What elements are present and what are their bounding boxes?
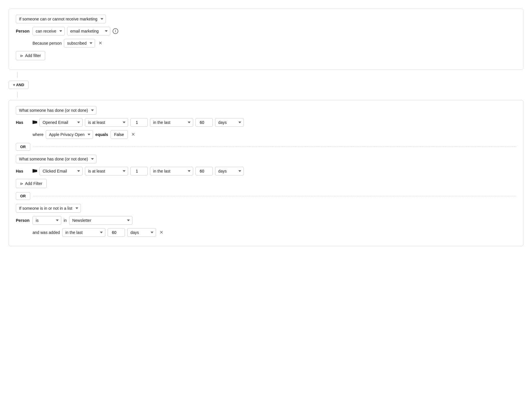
in-the-last-select-3[interactable]: in the last: [62, 228, 105, 237]
or-button-2[interactable]: OR: [16, 192, 30, 200]
info-icon[interactable]: i: [113, 28, 118, 34]
has-clicked-row: Has Clicked Email is at least in the las…: [16, 167, 516, 175]
condition-type-select-4[interactable]: If someone is in or not in a list: [16, 204, 81, 213]
is-at-least-select-1[interactable]: is at least: [85, 118, 128, 127]
add-filter-row-2: ⊳ Add Filter: [16, 179, 516, 188]
add-filter-label-2: Add Filter: [25, 181, 42, 186]
person-label-1: Person: [16, 29, 30, 33]
in-the-last-select-2[interactable]: in the last: [150, 167, 193, 175]
filter-icon-2: ⊳: [20, 181, 23, 186]
clicked-email-flag-icon: [33, 169, 37, 173]
condition-type-row-3: What someone has done (or not done): [16, 155, 516, 163]
or-label-2: OR: [20, 194, 26, 198]
and-was-added-label: and was added: [33, 230, 60, 235]
or-line-2: [33, 196, 516, 196]
can-receive-select[interactable]: can receive: [33, 27, 65, 35]
because-person-row: Because person subscribed ✕: [16, 39, 516, 48]
add-filter-button-1[interactable]: ⊳ Add filter: [16, 51, 45, 60]
condition-type-row-1: If someone can or cannot receive marketi…: [16, 15, 516, 23]
person-row-1: Person can receive email marketing i: [16, 27, 516, 35]
filter-icon-1: ⊳: [20, 54, 23, 58]
count-input-2[interactable]: [130, 167, 148, 175]
where-row: where Apple Privacy Open equals ✕: [16, 130, 516, 139]
or-button-1[interactable]: OR: [16, 143, 30, 151]
condition-type-row-4: If someone is in or not in a list: [16, 204, 516, 213]
opened-email-flag-icon: [33, 120, 37, 124]
or-line-1: [33, 147, 516, 147]
or-label-1: OR: [20, 145, 26, 149]
in-the-last-select-1[interactable]: in the last: [150, 118, 193, 127]
or-separator-1: OR: [16, 143, 516, 151]
add-filter-button-2[interactable]: ⊳ Add Filter: [16, 179, 47, 188]
condition-type-select-1[interactable]: If someone can or cannot receive marketi…: [16, 15, 106, 23]
condition-type-row-2: What someone has done (or not done): [16, 106, 516, 115]
remove-where-button[interactable]: ✕: [130, 132, 136, 137]
where-label: where: [33, 132, 43, 137]
time-value-input-3[interactable]: [108, 228, 125, 237]
days-select-3[interactable]: days: [127, 228, 156, 237]
or-separator-2: OR: [16, 192, 516, 200]
false-value-input[interactable]: [111, 130, 128, 139]
add-filter-row-1: ⊳ Add filter: [16, 51, 516, 60]
condition-type-select-2[interactable]: What someone has done (or not done): [16, 106, 96, 115]
condition-block-2: What someone has done (or not done) Has …: [9, 100, 523, 246]
has-opened-row: Has Opened Email is at least in the last…: [16, 118, 516, 127]
apple-privacy-select[interactable]: Apple Privacy Open: [46, 130, 93, 139]
condition-type-select-3[interactable]: What someone has done (or not done): [16, 155, 96, 163]
because-person-label: Because person: [33, 41, 62, 46]
opened-email-wrapper: Opened Email: [33, 118, 83, 127]
is-select[interactable]: is: [33, 216, 61, 225]
days-select-1[interactable]: days: [215, 118, 244, 127]
remove-because-person-button[interactable]: ✕: [97, 40, 103, 46]
is-at-least-select-2[interactable]: is at least: [85, 167, 128, 175]
email-marketing-select[interactable]: email marketing: [67, 27, 110, 35]
has-label-1: Has: [16, 120, 30, 125]
in-label: in: [64, 218, 67, 223]
days-select-2[interactable]: days: [215, 167, 244, 175]
person-label-2: Person: [16, 218, 30, 223]
and-button-label: + AND: [13, 83, 24, 87]
time-value-input-1[interactable]: [195, 118, 213, 127]
has-label-2: Has: [16, 169, 30, 173]
and-connector-area: + AND: [9, 72, 523, 98]
clicked-email-select[interactable]: Clicked Email: [39, 167, 83, 175]
and-button[interactable]: + AND: [9, 81, 29, 89]
subscribed-select[interactable]: subscribed: [64, 39, 95, 48]
and-was-added-row: and was added in the last days ✕: [16, 228, 516, 237]
and-connector-line-2: [17, 92, 18, 98]
person-list-row: Person is in Newsletter: [16, 216, 516, 225]
newsletter-select[interactable]: Newsletter: [69, 216, 132, 225]
equals-label: equals: [95, 132, 108, 137]
count-input-1[interactable]: [130, 118, 148, 127]
clicked-email-wrapper: Clicked Email: [33, 167, 83, 175]
and-connector-line: [17, 72, 18, 78]
opened-email-select[interactable]: Opened Email: [39, 118, 83, 127]
condition-block-1: If someone can or cannot receive marketi…: [9, 9, 523, 70]
add-filter-label-1: Add filter: [25, 53, 41, 58]
remove-was-added-button[interactable]: ✕: [158, 230, 164, 235]
time-value-input-2[interactable]: [195, 167, 213, 175]
